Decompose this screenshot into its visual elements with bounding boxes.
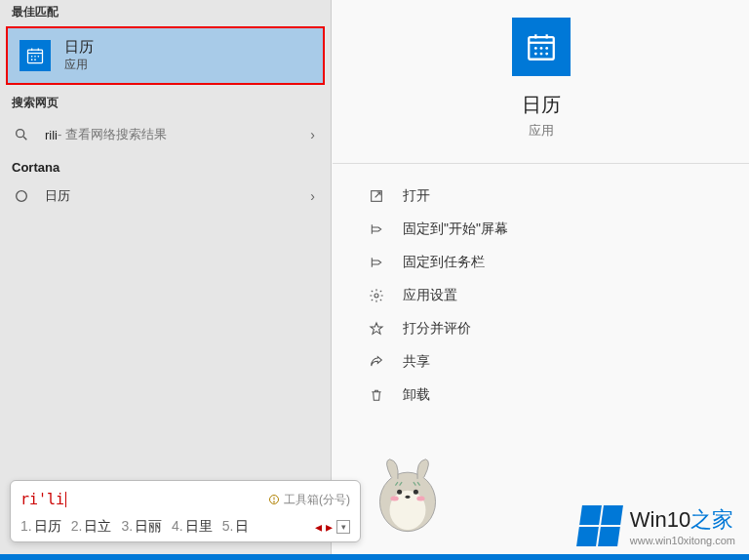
svg-point-34 [390, 497, 398, 501]
cortana-header: Cortana [0, 154, 331, 177]
action-pin-taskbar[interactable]: 固定到任务栏 [366, 246, 739, 279]
svg-point-8 [34, 59, 36, 60]
app-subtitle: 应用 [529, 122, 554, 140]
svg-point-21 [545, 53, 548, 56]
calendar-icon [20, 40, 51, 71]
cortana-item-label: 日历 [45, 187, 70, 205]
svg-point-25 [374, 294, 378, 298]
ime-candidate[interactable]: 3.日丽 [121, 518, 162, 536]
svg-point-9 [17, 130, 24, 138]
chevron-right-icon: › [310, 188, 315, 204]
svg-point-20 [539, 53, 542, 56]
svg-point-28 [274, 501, 275, 502]
action-pin-start[interactable]: 固定到"开始"屏幕 [366, 213, 739, 246]
svg-line-10 [23, 137, 26, 140]
ime-candidate[interactable]: 4.日里 [172, 518, 213, 536]
star-icon [366, 321, 387, 337]
svg-point-32 [414, 490, 418, 495]
chevron-right-icon: › [310, 127, 315, 142]
ime-candidates: 1.日历 2.日立 3.日丽 4.日里 5.日 ◂ ▸ ▾ [20, 518, 350, 536]
calendar-icon [512, 18, 571, 76]
ime-toolbox[interactable]: 工具箱(分号) [268, 492, 350, 508]
svg-point-6 [38, 56, 40, 58]
action-label: 固定到任务栏 [403, 254, 485, 271]
ime-input-text: ri'li [20, 491, 64, 508]
ime-next-icon[interactable]: ▸ [326, 519, 333, 535]
search-icon [12, 127, 31, 142]
svg-point-11 [17, 191, 27, 202]
action-rate[interactable]: 打分并评价 [366, 312, 739, 345]
svg-point-7 [31, 59, 33, 60]
action-label: 打开 [403, 187, 430, 205]
pin-icon [366, 255, 387, 270]
action-label: 打分并评价 [403, 320, 471, 338]
svg-point-17 [539, 47, 542, 50]
action-label: 固定到"开始"屏幕 [403, 220, 508, 238]
svg-point-18 [545, 47, 548, 50]
web-search-item[interactable]: rili - 查看网络搜索结果 › [0, 115, 331, 154]
taskbar-edge [0, 554, 749, 560]
actions-list: 打开 固定到"开始"屏幕 固定到任务栏 应用设置 打分并评价 共享 卸载 [333, 164, 749, 412]
ime-prev-icon[interactable]: ◂ [315, 519, 322, 535]
best-match-text: 日历 应用 [64, 38, 94, 73]
svg-point-19 [533, 53, 536, 56]
cortana-icon [12, 188, 31, 204]
windows-logo-icon [576, 505, 623, 546]
watermark-url: www.win10xitong.com [630, 535, 735, 546]
action-share[interactable]: 共享 [366, 345, 739, 379]
search-results-panel: 最佳匹配 日历 应用 搜索网页 rili - 查看网络搜索结果 › Cortan… [0, 0, 332, 560]
web-search-hint: - 查看网络搜索结果 [58, 126, 167, 143]
pin-icon [366, 221, 387, 237]
action-uninstall[interactable]: 卸载 [366, 379, 739, 412]
app-title: 日历 [522, 92, 561, 118]
svg-point-31 [397, 490, 402, 495]
action-label: 共享 [403, 353, 430, 371]
svg-point-16 [533, 47, 536, 50]
ime-candidate-bar: ri'li 工具箱(分号) 1.日历 2.日立 3.日丽 4.日里 5.日 ◂ … [10, 480, 361, 542]
app-hero: 日历 应用 [333, 0, 749, 164]
watermark-brand-b: 之家 [690, 507, 733, 532]
best-match-header: 最佳匹配 [0, 0, 331, 24]
watermark: Win10之家 www.win10xitong.com [579, 505, 735, 546]
action-label: 应用设置 [403, 287, 457, 304]
action-settings[interactable]: 应用设置 [366, 279, 739, 312]
ime-toolbox-label: 工具箱(分号) [284, 492, 350, 508]
web-search-header: 搜索网页 [0, 91, 331, 115]
ime-dropdown-icon[interactable]: ▾ [336, 520, 350, 534]
watermark-brand-a: Win10 [630, 507, 690, 532]
best-match-subtitle: 应用 [64, 57, 94, 73]
ime-candidate[interactable]: 5.日 [222, 518, 250, 536]
ime-candidate[interactable]: 1.日历 [20, 518, 61, 536]
svg-point-35 [416, 497, 424, 501]
trash-icon [366, 387, 387, 403]
svg-point-4 [31, 56, 33, 58]
share-icon [366, 354, 387, 370]
cortana-item[interactable]: 日历 › [0, 177, 331, 216]
best-match-title: 日历 [64, 38, 94, 57]
ime-cursor [65, 492, 66, 507]
ime-candidate[interactable]: 2.日立 [71, 518, 112, 536]
open-icon [366, 188, 387, 204]
svg-point-5 [34, 56, 36, 58]
svg-point-33 [405, 496, 410, 499]
action-label: 卸载 [403, 386, 430, 404]
mascot-image [367, 453, 449, 531]
action-open[interactable]: 打开 [366, 180, 739, 213]
web-search-query: rili [45, 128, 58, 142]
best-match-item[interactable]: 日历 应用 [6, 26, 325, 85]
gear-icon [366, 288, 387, 303]
